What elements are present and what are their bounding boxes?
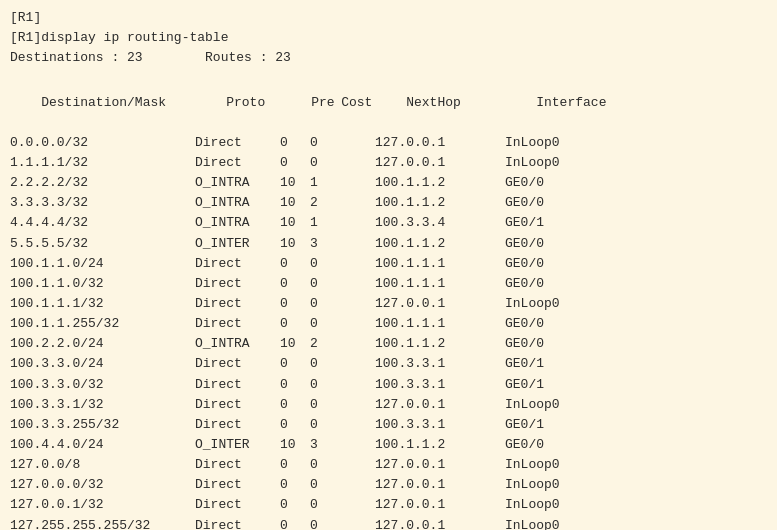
- cell-proto: Direct: [195, 516, 280, 530]
- cell-dest: 100.1.1.0/24: [10, 254, 195, 274]
- cell-cost: 0: [310, 153, 375, 173]
- cell-pre: 0: [280, 395, 310, 415]
- cell-nexthop: 100.1.1.1: [375, 314, 505, 334]
- cell-pre: 0: [280, 495, 310, 515]
- cell-interface: GE0/0: [505, 314, 585, 334]
- cell-nexthop: 127.0.0.1: [375, 475, 505, 495]
- cell-dest: 100.4.4.0/24: [10, 435, 195, 455]
- cell-proto: Direct: [195, 354, 280, 374]
- cell-cost: 2: [310, 193, 375, 213]
- cell-nexthop: 127.0.0.1: [375, 153, 505, 173]
- cell-pre: 0: [280, 375, 310, 395]
- cell-proto: Direct: [195, 274, 280, 294]
- cell-cost: 0: [310, 415, 375, 435]
- cell-dest: 100.3.3.0/32: [10, 375, 195, 395]
- cell-cost: 0: [310, 495, 375, 515]
- cell-pre: 0: [280, 153, 310, 173]
- col-header-iface: Interface: [536, 93, 616, 113]
- col-header-proto: Proto: [226, 93, 311, 113]
- cell-pre: 10: [280, 193, 310, 213]
- cell-nexthop: 100.1.1.1: [375, 254, 505, 274]
- cell-cost: 0: [310, 133, 375, 153]
- table-row: 2.2.2.2/32O_INTRA101100.1.1.2GE0/0: [10, 173, 767, 193]
- cell-proto: O_INTRA: [195, 213, 280, 233]
- cell-dest: 100.2.2.0/24: [10, 334, 195, 354]
- cell-proto: Direct: [195, 133, 280, 153]
- cell-pre: 0: [280, 415, 310, 435]
- cell-proto: Direct: [195, 455, 280, 475]
- cell-proto: Direct: [195, 495, 280, 515]
- cell-cost: 0: [310, 314, 375, 334]
- cell-cost: 3: [310, 234, 375, 254]
- routes-table: 0.0.0.0/32Direct00127.0.0.1InLoop01.1.1.…: [10, 133, 767, 530]
- cell-cost: 3: [310, 435, 375, 455]
- cell-interface: GE0/1: [505, 375, 585, 395]
- table-row: 127.0.0.1/32Direct00127.0.0.1InLoop0: [10, 495, 767, 515]
- cell-pre: 0: [280, 475, 310, 495]
- cell-interface: GE0/0: [505, 234, 585, 254]
- cell-cost: 0: [310, 354, 375, 374]
- cell-cost: 0: [310, 254, 375, 274]
- col-header-pre: Pre: [311, 93, 341, 113]
- table-row: 100.1.1.255/32Direct00100.1.1.1GE0/0: [10, 314, 767, 334]
- cell-dest: 4.4.4.4/32: [10, 213, 195, 233]
- cell-interface: InLoop0: [505, 395, 585, 415]
- cell-dest: 3.3.3.3/32: [10, 193, 195, 213]
- cell-pre: 0: [280, 294, 310, 314]
- table-row: 100.1.1.0/32Direct00100.1.1.1GE0/0: [10, 274, 767, 294]
- terminal-container: [R1] [R1]display ip routing-table Destin…: [10, 8, 767, 530]
- cell-nexthop: 127.0.0.1: [375, 495, 505, 515]
- cell-nexthop: 100.3.3.1: [375, 354, 505, 374]
- cell-nexthop: 127.0.0.1: [375, 294, 505, 314]
- col-header-dest: Destination/Mask: [41, 93, 226, 113]
- cell-nexthop: 100.3.3.1: [375, 415, 505, 435]
- cell-nexthop: 100.1.1.2: [375, 173, 505, 193]
- cell-proto: Direct: [195, 294, 280, 314]
- cell-interface: GE0/1: [505, 213, 585, 233]
- table-row: 4.4.4.4/32O_INTRA101100.3.3.4GE0/1: [10, 213, 767, 233]
- cell-nexthop: 100.1.1.1: [375, 274, 505, 294]
- table-row: 100.1.1.1/32Direct00127.0.0.1InLoop0: [10, 294, 767, 314]
- cell-dest: 100.1.1.255/32: [10, 314, 195, 334]
- col-header-cost: Cost: [341, 93, 406, 113]
- col-header-nexthop: NextHop: [406, 93, 536, 113]
- cell-dest: 100.3.3.0/24: [10, 354, 195, 374]
- cell-interface: GE0/0: [505, 334, 585, 354]
- cell-cost: 0: [310, 455, 375, 475]
- table-row: 127.255.255.255/32Direct00127.0.0.1InLoo…: [10, 516, 767, 530]
- summary-line: Destinations : 23 Routes : 23: [10, 48, 767, 68]
- cell-proto: O_INTER: [195, 435, 280, 455]
- cell-interface: GE0/0: [505, 173, 585, 193]
- cell-pre: 0: [280, 274, 310, 294]
- cell-proto: Direct: [195, 314, 280, 334]
- table-row: 127.0.0.0/32Direct00127.0.0.1InLoop0: [10, 475, 767, 495]
- cell-nexthop: 127.0.0.1: [375, 455, 505, 475]
- cell-interface: GE0/1: [505, 354, 585, 374]
- cell-nexthop: 100.1.1.2: [375, 435, 505, 455]
- cell-cost: 0: [310, 375, 375, 395]
- table-row: 100.3.3.1/32Direct00127.0.0.1InLoop0: [10, 395, 767, 415]
- cell-proto: Direct: [195, 254, 280, 274]
- cell-dest: 127.0.0.0/32: [10, 475, 195, 495]
- cell-pre: 10: [280, 334, 310, 354]
- cell-pre: 10: [280, 234, 310, 254]
- cell-nexthop: 100.3.3.1: [375, 375, 505, 395]
- cell-pre: 0: [280, 455, 310, 475]
- cell-dest: 100.3.3.1/32: [10, 395, 195, 415]
- cell-interface: GE0/0: [505, 274, 585, 294]
- table-row: 5.5.5.5/32O_INTER103100.1.1.2GE0/0: [10, 234, 767, 254]
- cell-pre: 0: [280, 133, 310, 153]
- cell-proto: Direct: [195, 153, 280, 173]
- cell-interface: GE0/1: [505, 415, 585, 435]
- cell-proto: O_INTRA: [195, 193, 280, 213]
- table-row: 100.3.3.0/32Direct00100.3.3.1GE0/1: [10, 375, 767, 395]
- cell-dest: 5.5.5.5/32: [10, 234, 195, 254]
- cell-pre: 10: [280, 435, 310, 455]
- cell-dest: 127.255.255.255/32: [10, 516, 195, 530]
- cell-proto: O_INTRA: [195, 173, 280, 193]
- cell-pre: 10: [280, 213, 310, 233]
- cell-dest: 0.0.0.0/32: [10, 133, 195, 153]
- prompt-line-2: [R1]display ip routing-table: [10, 28, 767, 48]
- cell-interface: InLoop0: [505, 495, 585, 515]
- cell-proto: O_INTER: [195, 234, 280, 254]
